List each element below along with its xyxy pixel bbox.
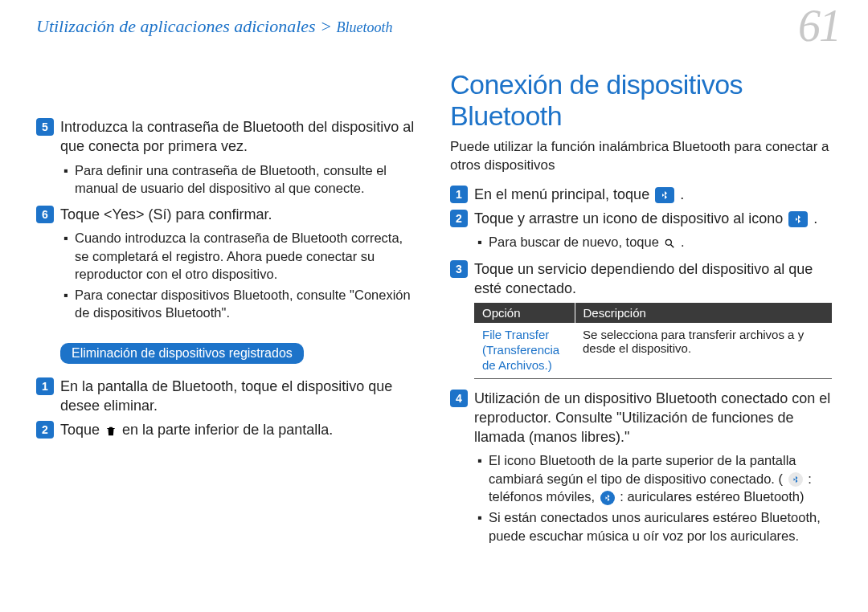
step-number-icon: 6 bbox=[36, 206, 54, 223]
breadcrumb: Utilización de aplicaciones adicionales … bbox=[36, 14, 832, 37]
svg-line-1 bbox=[671, 245, 674, 248]
r-step-3-text: Toque un servicio dependiendo del dispos… bbox=[474, 259, 832, 299]
r-step-1: 1 En el menú principal, toque . bbox=[450, 185, 832, 204]
options-table: Opción Descripción File Transfer (Transf… bbox=[474, 303, 832, 378]
bluetooth-phone-icon bbox=[788, 472, 803, 487]
page-number: 61 bbox=[798, 0, 840, 51]
bluetooth-target-icon bbox=[788, 211, 808, 227]
section-heading-pill: Eliminación de dispositivos registrados bbox=[60, 343, 304, 364]
step-number-icon: 4 bbox=[450, 390, 468, 407]
table-header-description: Descripción bbox=[575, 303, 832, 323]
step-5-text: Introduzca la contraseña de Bluetooth de… bbox=[60, 117, 418, 157]
delete-step-2-text: Toque en la parte inferior de la pantall… bbox=[60, 420, 333, 439]
section-title: Conexión de dispositivos Bluetooth bbox=[450, 69, 832, 132]
breadcrumb-sub: Bluetooth bbox=[337, 19, 393, 35]
list-item: ▪Para definir una contraseña de Bluetoot… bbox=[63, 161, 418, 198]
step-number-icon: 2 bbox=[36, 421, 54, 439]
delete-step-2: 2 Toque en la parte inferior de la panta… bbox=[36, 420, 418, 439]
r-step-4: 4 Utilización de un dispositivo Bluetoot… bbox=[450, 389, 832, 447]
r-step-4-text: Utilización de un dispositivo Bluetooth … bbox=[474, 389, 832, 447]
step-number-icon: 5 bbox=[36, 118, 54, 136]
step-6: 6 Toque <Yes> (Sí) para confirmar. bbox=[36, 205, 418, 224]
left-column: 5 Introduzca la contraseña de Bluetooth … bbox=[36, 69, 418, 553]
step-number-icon: 1 bbox=[450, 186, 468, 203]
r-step-3: 3 Toque un servicio dependiendo del disp… bbox=[450, 259, 832, 299]
breadcrumb-main: Utilización de aplicaciones adicionales … bbox=[36, 16, 337, 36]
step-number-icon: 2 bbox=[450, 210, 468, 227]
step-number-icon: 1 bbox=[36, 377, 54, 395]
delete-step-1-text: En la pantalla de Bluetooth, toque el di… bbox=[60, 377, 418, 416]
table-row: File Transfer (Transferencia de Archivos… bbox=[474, 323, 832, 378]
step-number-icon: 3 bbox=[450, 260, 468, 278]
list-item: ▪ El icono Bluetooth de la parte superio… bbox=[477, 451, 832, 505]
svg-point-0 bbox=[666, 239, 672, 245]
page-header: Utilización de aplicaciones adicionales … bbox=[36, 14, 832, 53]
step-6-text: Toque <Yes> (Sí) para confirmar. bbox=[60, 205, 272, 224]
trash-icon bbox=[105, 425, 117, 438]
r-step-2: 2 Toque y arrastre un icono de dispositi… bbox=[450, 209, 832, 228]
table-header-option: Opción bbox=[474, 303, 575, 323]
search-icon bbox=[664, 238, 675, 249]
table-cell-description: Se selecciona para transferir archivos a… bbox=[575, 323, 832, 378]
list-item: ▪ Para buscar de nuevo, toque . bbox=[477, 233, 832, 251]
bluetooth-menu-icon bbox=[655, 187, 674, 203]
list-item: ▪Cuando introduzca la contraseña de Blue… bbox=[63, 229, 418, 283]
delete-step-1: 1 En la pantalla de Bluetooth, toque el … bbox=[36, 377, 418, 416]
bluetooth-headset-icon bbox=[600, 491, 615, 505]
right-column: Conexión de dispositivos Bluetooth Puede… bbox=[450, 69, 832, 553]
table-cell-option: File Transfer (Transferencia de Archivos… bbox=[474, 323, 575, 378]
list-item: ▪Si están conectados unos auriculares es… bbox=[477, 508, 832, 545]
step-5: 5 Introduzca la contraseña de Bluetooth … bbox=[36, 117, 418, 157]
section-intro: Puede utilizar la función inalámbrica Bl… bbox=[450, 138, 832, 175]
list-item: ▪Para conectar dispositivos Bluetooth, c… bbox=[63, 286, 418, 322]
